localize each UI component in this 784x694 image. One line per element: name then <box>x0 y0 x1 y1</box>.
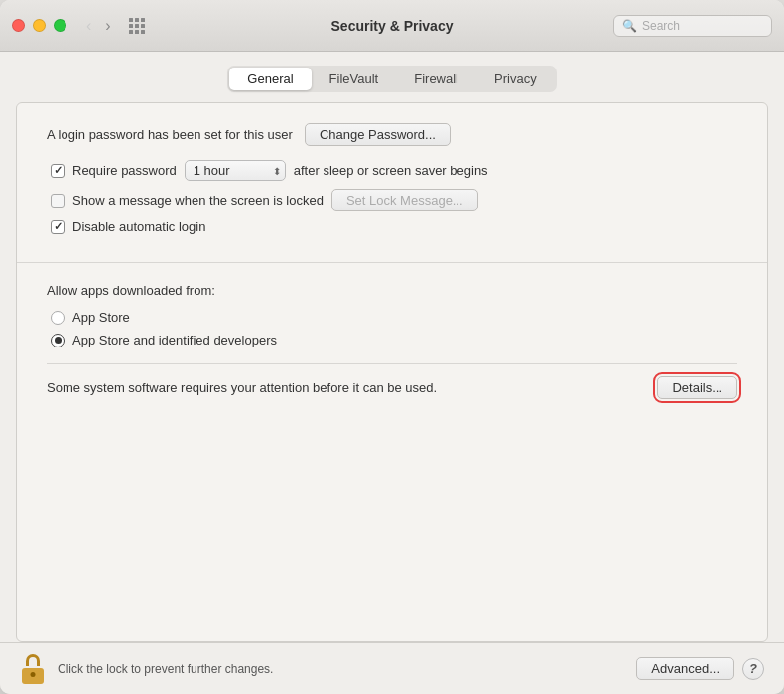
lock-shackle <box>26 654 40 666</box>
bottom-bar: Click the lock to prevent further change… <box>0 642 784 694</box>
require-password-row: Require password immediately 5 seconds 1… <box>51 160 737 181</box>
require-password-checkbox[interactable] <box>51 164 65 178</box>
login-password-label: A login password has been set for this u… <box>47 127 293 142</box>
minimize-button[interactable] <box>33 19 46 32</box>
app-store-radio-row: App Store <box>51 310 737 325</box>
set-lock-message-button: Set Lock Message... <box>331 189 478 211</box>
lock-body <box>22 668 44 684</box>
back-button[interactable]: ‹ <box>82 16 95 36</box>
details-button[interactable]: Details... <box>657 376 737 399</box>
system-software-label: Some system software requires your atten… <box>47 380 437 395</box>
disable-login-label: Disable automatic login <box>72 219 205 234</box>
search-placeholder: Search <box>642 19 680 33</box>
show-message-checkbox[interactable] <box>51 194 65 208</box>
app-store-identified-radio-row: App Store and identified developers <box>51 333 737 347</box>
system-software-row: Some system software requires your atten… <box>47 363 737 411</box>
maximize-button[interactable] <box>54 19 66 32</box>
grid-dot <box>141 30 145 34</box>
grid-dot <box>135 24 139 28</box>
require-password-select-wrapper: immediately 5 seconds 1 minute 5 minutes… <box>185 160 286 181</box>
change-password-button[interactable]: Change Password... <box>305 123 451 146</box>
help-button[interactable]: ? <box>742 658 764 680</box>
grid-dot <box>141 24 145 28</box>
grid-dot <box>135 18 139 22</box>
titlebar: ‹ › Security & Privacy 🔍 Search <box>0 0 784 52</box>
search-icon: 🔍 <box>622 19 637 33</box>
disable-login-row: Disable automatic login <box>51 219 737 234</box>
grid-dot <box>135 30 139 34</box>
allow-apps-label: Allow apps downloaded from: <box>47 283 737 298</box>
tab-privacy[interactable]: Privacy <box>476 68 555 90</box>
tab-general[interactable]: General <box>229 68 311 90</box>
tab-filevault[interactable]: FileVault <box>312 68 397 90</box>
login-password-row: A login password has been set for this u… <box>47 123 737 146</box>
panel-bottom: Allow apps downloaded from: App Store Ap… <box>17 263 767 641</box>
grid-dot <box>129 18 133 22</box>
main-panel: A login password has been set for this u… <box>16 102 768 642</box>
app-store-radio[interactable] <box>51 311 65 325</box>
require-password-label: Require password <box>72 163 177 178</box>
tabs: General FileVault Firewall Privacy <box>227 66 556 92</box>
content: General FileVault Firewall Privacy A log… <box>0 52 784 642</box>
grid-dot <box>129 24 133 28</box>
window-title: Security & Privacy <box>331 18 454 34</box>
grid-dot <box>129 30 133 34</box>
tab-firewall[interactable]: Firewall <box>396 68 476 90</box>
bottom-buttons: Advanced... ? <box>636 657 764 680</box>
disable-login-checkbox[interactable] <box>51 220 65 234</box>
require-password-select[interactable]: immediately 5 seconds 1 minute 5 minutes… <box>185 160 286 181</box>
show-message-label: Show a message when the screen is locked <box>72 193 324 208</box>
lock-keyhole <box>31 672 36 677</box>
after-sleep-label: after sleep or screen saver begins <box>294 163 488 178</box>
forward-button[interactable]: › <box>101 16 114 36</box>
search-box[interactable]: 🔍 Search <box>613 15 772 37</box>
traffic-lights <box>12 19 66 32</box>
grid-dot <box>141 18 145 22</box>
panel-top: A login password has been set for this u… <box>17 103 767 263</box>
grid-icon[interactable] <box>129 18 145 34</box>
app-store-identified-label: App Store and identified developers <box>72 333 277 347</box>
advanced-button[interactable]: Advanced... <box>636 657 734 680</box>
lock-label: Click the lock to prevent further change… <box>58 662 624 676</box>
app-store-label: App Store <box>72 310 130 325</box>
tabs-container: General FileVault Firewall Privacy <box>0 52 784 102</box>
lock-icon[interactable] <box>20 654 46 684</box>
close-button[interactable] <box>12 19 25 32</box>
app-store-identified-radio[interactable] <box>51 334 65 347</box>
window: ‹ › Security & Privacy 🔍 Search General … <box>0 0 784 694</box>
show-message-row: Show a message when the screen is locked… <box>51 189 737 211</box>
nav-buttons: ‹ › <box>82 16 115 36</box>
